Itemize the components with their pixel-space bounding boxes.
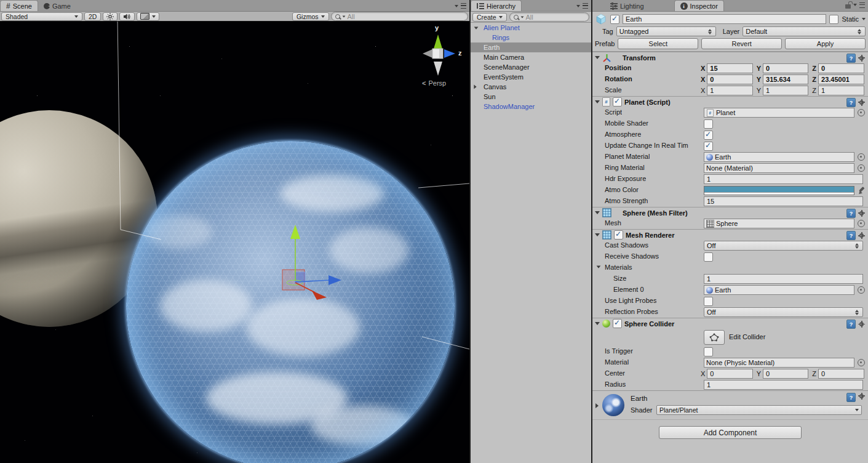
pane-menu-icon[interactable] [461,3,466,9]
tab-game[interactable]: Game [38,1,76,11]
gear-icon[interactable] [858,393,865,400]
physic-material-field[interactable]: None (Physic Material) [704,358,854,368]
atmosphere-checkbox[interactable] [704,131,713,140]
gear-icon[interactable] [858,99,865,106]
foldout-collapsed-icon[interactable] [595,403,599,408]
reflection-probes-dropdown[interactable]: Off [704,307,863,317]
object-picker-icon[interactable] [858,153,865,161]
name-field[interactable]: Earth [623,14,826,24]
gear-icon[interactable] [858,210,865,217]
tag-dropdown[interactable]: Untagged [616,26,716,36]
component-enabled-checkbox[interactable] [613,97,622,107]
material-thumbnail[interactable] [602,394,624,416]
pane-menu-arrow-icon[interactable] [455,5,458,7]
hierarchy-item-sun[interactable]: Sun [471,92,591,102]
pane-menu-arrow-icon[interactable] [576,5,580,7]
pane-menu-arrow-icon[interactable] [853,4,857,6]
help-icon[interactable] [846,54,856,63]
scale-z-field[interactable]: 1 [818,86,864,95]
static-checkbox[interactable] [829,15,838,24]
scale-x-field[interactable]: 1 [707,86,752,95]
ring-material-field[interactable]: None (Material) [704,163,854,173]
foldout-collapsed-icon[interactable] [474,85,476,89]
gear-icon[interactable] [858,232,865,239]
help-icon[interactable] [846,98,856,107]
hierarchy-item-canvas[interactable]: Canvas [471,82,591,92]
effects-dropdown-button[interactable] [137,12,159,21]
perspective-toggle[interactable]: Persp [422,79,446,87]
static-dropdown-icon[interactable] [862,18,866,20]
object-picker-icon[interactable] [858,359,865,366]
scene-viewport[interactable]: y z Persp [0,22,469,463]
scale-y-field[interactable]: 1 [763,86,808,95]
object-picker-icon[interactable] [858,164,865,172]
hierarchy-item-main-camera[interactable]: Main Camera [471,52,591,62]
planet-material-field[interactable]: Earth [704,152,854,162]
rotation-x-field[interactable]: 0 [707,74,752,84]
lighting-toggle-button[interactable] [103,12,117,21]
tab-inspector[interactable]: Inspector [674,0,724,11]
center-z-field[interactable]: 0 [818,369,864,379]
hierarchy-item-rings[interactable]: Rings [471,33,591,42]
lock-icon[interactable] [845,4,851,9]
object-picker-icon[interactable] [858,286,865,294]
hierarchy-item-eventsystem[interactable]: EventSystem [471,72,591,82]
hierarchy-item-earth[interactable]: Earth [471,42,591,52]
scene-search-input[interactable]: All [331,12,468,21]
help-icon[interactable] [846,231,856,240]
eyedropper-icon[interactable] [858,186,866,195]
add-component-button[interactable]: Add Component [659,426,802,439]
tab-scene[interactable]: Scene [0,0,38,11]
materials-size-field[interactable]: 1 [704,274,863,284]
edit-collider-button[interactable] [704,330,725,345]
tab-lighting[interactable]: Lighting [605,1,650,11]
foldout-expanded-icon[interactable] [595,56,600,59]
gizmos-dropdown[interactable]: Gizmos [292,12,329,21]
mobile-shader-checkbox[interactable] [704,119,713,129]
atmo-strength-field[interactable]: 15 [704,196,863,206]
shader-dropdown[interactable]: Planet/Planet [656,405,862,415]
script-object-field[interactable]: Planet [704,108,854,118]
foldout-expanded-icon[interactable] [595,100,600,103]
atmo-color-swatch[interactable] [704,186,854,195]
position-z-field[interactable]: 0 [818,63,864,73]
object-picker-icon[interactable] [858,220,865,227]
foldout-expanded-icon[interactable] [595,211,600,214]
foldout-expanded-icon[interactable] [597,265,601,268]
component-enabled-checkbox[interactable] [613,319,622,328]
help-icon[interactable] [846,209,856,218]
move-gizmo[interactable] [282,225,341,300]
hierarchy-item-alien-planet[interactable]: Alien Planet [471,23,591,33]
help-icon[interactable] [846,393,856,402]
prefab-apply-button[interactable]: Apply [785,38,866,49]
cast-shadows-dropdown[interactable]: Off [704,241,863,251]
mesh-object-field[interactable]: Sphere [704,219,854,228]
draw-mode-dropdown[interactable]: Shaded [1,12,82,21]
hdr-exposure-field[interactable]: 1 [704,174,863,184]
rotation-y-field[interactable]: 315.634 [763,74,808,84]
gear-icon[interactable] [858,55,865,62]
center-x-field[interactable]: 0 [707,369,752,379]
active-checkbox[interactable] [610,15,619,24]
gear-icon[interactable] [858,321,865,328]
orientation-gizmo[interactable] [423,34,455,76]
rotation-z-field[interactable]: 23.45001 [818,74,864,84]
object-picker-icon[interactable] [858,109,865,116]
audio-toggle-button[interactable] [119,12,135,21]
radius-field[interactable]: 1 [704,380,863,390]
pane-menu-icon[interactable] [583,3,588,9]
receive-shadows-checkbox[interactable] [704,252,713,262]
element0-field[interactable]: Earth [704,285,854,295]
is-trigger-checkbox[interactable] [704,347,713,356]
hierarchy-search-input[interactable]: All [509,12,589,22]
create-dropdown[interactable]: Create [472,13,507,22]
hierarchy-item-scenemanager[interactable]: SceneManager [471,62,591,72]
prefab-select-button[interactable]: Select [618,38,698,49]
update-realtime-checkbox[interactable] [704,142,713,151]
tab-hierarchy[interactable]: Hierarchy [471,0,522,11]
prefab-revert-button[interactable]: Revert [701,38,782,49]
gameobject-cube-icon[interactable] [595,13,607,25]
center-y-field[interactable]: 0 [763,369,808,379]
light-probes-checkbox[interactable] [704,297,713,306]
position-y-field[interactable]: 0 [763,63,808,73]
